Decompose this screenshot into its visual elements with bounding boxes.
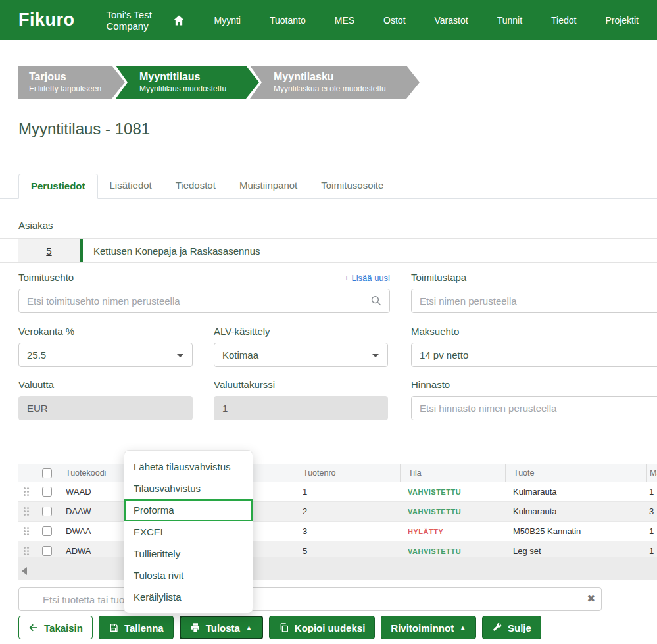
verokanta-select[interactable]: 25.5 [18, 343, 193, 367]
valuuttakurssi-input [214, 396, 388, 420]
nav-item-mes[interactable]: MES [335, 15, 354, 26]
menu-item-laheta-tilausvahvistus[interactable]: Lähetä tilausvahvistus [124, 456, 253, 478]
nav-item-tunnit[interactable]: Tunnit [497, 15, 522, 26]
field-verokanta: Verokanta % 25.5 [18, 324, 193, 367]
tab-toimitusosoite[interactable]: Toimitusosoite [309, 174, 395, 198]
valuutta-label: Valuutta [18, 379, 54, 390]
header-tuotenro[interactable]: Tuotenro [295, 464, 400, 482]
verokanta-label: Verokanta % [18, 326, 74, 337]
company-name: Toni's Test Company [107, 9, 172, 32]
chevron-down-icon [177, 354, 183, 357]
step-subtitle: Myyntilaskua ei ole muodostettu [274, 84, 404, 94]
cell-tuote: Kulmarauta [505, 502, 646, 521]
app-logo[interactable]: Fikuro [18, 10, 75, 30]
maksuehto-label: Maksuehto [411, 326, 459, 337]
page-title: Myyntitilaus - 1081 [18, 120, 150, 138]
add-new-link[interactable]: + Lisää uusi [344, 273, 390, 283]
chevron-down-icon [372, 354, 379, 357]
save-button[interactable]: Tallenna [99, 616, 174, 639]
toimitusehto-input[interactable] [18, 289, 390, 313]
print-button[interactable]: Tulosta ▲ [180, 616, 263, 639]
row-checkbox[interactable] [42, 526, 52, 536]
table-row[interactable]: DAAW 2 VAHVISTETTU Kulmarauta 3 [18, 502, 657, 522]
wrench-icon [492, 622, 502, 633]
menu-item-tulosta-rivit[interactable]: Tulosta rivit [124, 564, 253, 586]
tab-perustiedot[interactable]: Perustiedot [18, 174, 98, 199]
alv-label: ALV-käsittely [214, 326, 270, 337]
printer-icon [190, 622, 201, 633]
back-button[interactable]: Takaisin [18, 616, 93, 639]
clear-icon[interactable]: ✖ [587, 593, 595, 605]
arrow-left-icon [28, 622, 39, 633]
header-tuote[interactable]: Tuote [505, 464, 646, 482]
maksuehto-select[interactable]: 14 pv netto [411, 343, 657, 367]
status-badge: VAHVISTETTU [408, 508, 461, 516]
process-steps: Tarjous Ei liitetty tarjoukseen Myyntiti… [18, 66, 420, 99]
cell-maara: 1 [646, 522, 657, 541]
row-checkbox[interactable] [42, 546, 52, 556]
nav-item-tiedot[interactable]: Tiedot [551, 15, 576, 26]
copy-button[interactable]: Kopioi uudeksi [269, 616, 376, 639]
step-title: Tarjous [29, 70, 109, 84]
drag-handle-icon[interactable] [18, 522, 36, 541]
field-toimitusehto: Toimitusehto + Lisää uusi [18, 270, 390, 313]
home-icon[interactable] [172, 14, 185, 27]
drag-handle-icon[interactable] [18, 482, 36, 501]
nav-item-projektit[interactable]: Projektit [605, 15, 639, 26]
toimitustapa-input[interactable] [411, 289, 657, 313]
table-row[interactable]: DWAA 3 HYLÄTTY M50B25 Kannatin 1 [18, 522, 657, 541]
header-maara[interactable]: Määrä [646, 464, 657, 482]
tab-bar: Perustiedot Lisätiedot Tiedostot Muistii… [0, 174, 657, 199]
caret-up-icon: ▲ [459, 624, 466, 632]
footer-actions: Takaisin Tallenna Tulosta ▲ Kopioi uudek… [18, 616, 541, 639]
cell-tuotenro: 2 [295, 502, 400, 521]
table-header-row: Tuotekoodi Tuotenro Tila Tuote Määrä [18, 464, 657, 482]
status-badge: VAHVISTETTU [408, 488, 461, 496]
status-badge: HYLÄTTY [408, 528, 443, 535]
cell-tuote: Kulmarauta [505, 482, 646, 501]
step-title: Myyntilasku [274, 70, 404, 84]
hinnasto-label: Hinnasto [411, 379, 450, 390]
menu-item-tullierittely[interactable]: Tullierittely [124, 543, 253, 564]
search-icon [370, 295, 382, 307]
nav-item-ostot[interactable]: Ostot [383, 15, 405, 26]
tab-muistiinpanot[interactable]: Muistiinpanot [228, 174, 309, 198]
menu-item-keraiilylista[interactable]: Keräilylista [124, 586, 253, 608]
row-checkbox[interactable] [42, 507, 52, 516]
nav-item-varastot[interactable]: Varastot [435, 15, 468, 26]
save-icon [109, 622, 119, 633]
cell-tuotenro: 1 [295, 482, 400, 501]
step-myyntitilaus[interactable]: Myyntitilaus Myyntitilaus muodostettu [116, 66, 259, 99]
product-search-input[interactable] [18, 587, 602, 611]
nav-item-tuotanto[interactable]: Tuotanto [270, 15, 306, 26]
cell-maara: 1 [646, 482, 657, 501]
step-title: Myyntitilaus [139, 70, 243, 84]
menu-item-proforma[interactable]: Proforma [124, 499, 253, 521]
print-menu: Lähetä tilausvahvistus Tilausvahvistus P… [124, 450, 253, 614]
status-badge: VAHVISTETTU [408, 547, 461, 555]
customer-number-link[interactable]: 5 [18, 239, 80, 262]
row-actions-button[interactable]: Rivitoiminnot ▲ [381, 616, 476, 639]
step-subtitle: Myyntitilaus muodostettu [139, 84, 243, 94]
table-row[interactable]: WAAD 1 VAHVISTETTU Kulmarauta 1 [18, 482, 657, 502]
tab-tiedostot[interactable]: Tiedostot [164, 174, 228, 198]
menu-item-tilausvahvistus[interactable]: Tilausvahvistus [124, 478, 253, 499]
close-button[interactable]: Sulje [482, 616, 541, 639]
row-checkbox[interactable] [42, 487, 52, 497]
hinnasto-input[interactable] [411, 396, 657, 420]
header-tila[interactable]: Tila [400, 464, 505, 482]
menu-item-excel[interactable]: EXCEL [124, 521, 253, 543]
toimitustapa-label: Toimitustapa [411, 272, 466, 283]
cell-tuotenro: 3 [295, 522, 400, 541]
nav-item-myynti[interactable]: Myynti [214, 15, 241, 26]
field-valuutta: Valuutta [18, 377, 193, 420]
step-myyntilasku[interactable]: Myyntilasku Myyntilaskua ei ole muodoste… [250, 66, 420, 99]
horizontal-scrollbar[interactable] [18, 557, 657, 580]
step-tarjous[interactable]: Tarjous Ei liitetty tarjoukseen [18, 66, 125, 99]
tab-lisatiedot[interactable]: Lisätiedot [98, 174, 164, 198]
drag-handle-icon[interactable] [18, 502, 36, 521]
alv-select[interactable]: Kotimaa [214, 343, 388, 367]
scroll-left-icon[interactable] [22, 567, 27, 575]
select-all-checkbox[interactable] [42, 468, 52, 478]
toimitusehto-label: Toimitusehto [18, 272, 74, 283]
